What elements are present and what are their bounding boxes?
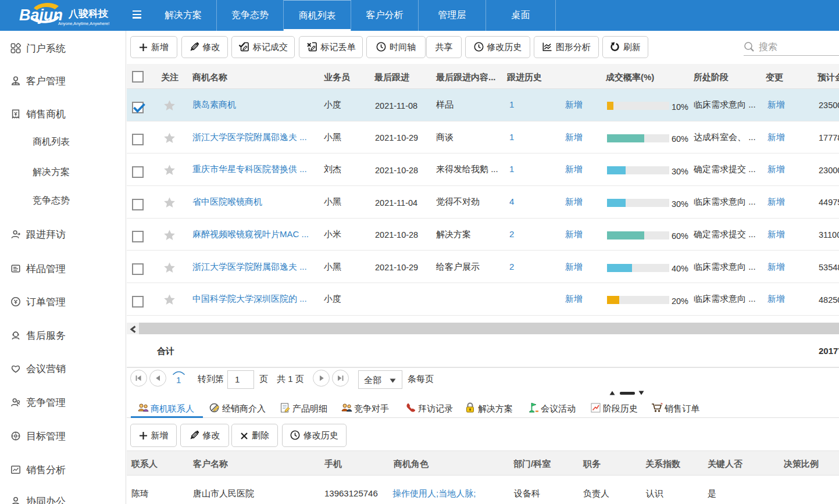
svg-text:Anyone,Anytime,Anywhere!: Anyone,Anytime,Anywhere! [58,21,109,26]
svg-text:八骏科技: 八骏科技 [68,8,109,19]
svg-text:Bajun: Bajun [19,6,63,24]
